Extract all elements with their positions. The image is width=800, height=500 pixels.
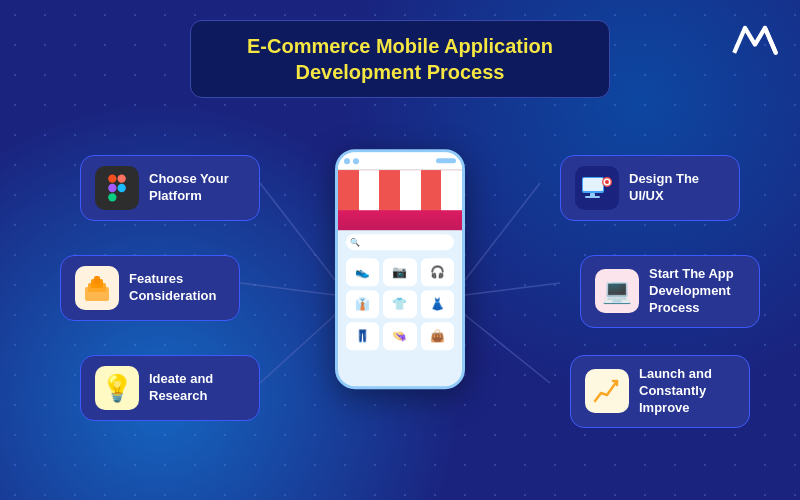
svg-rect-7 (117, 174, 125, 182)
step-launch: Launch andConstantlyImprove (570, 355, 750, 428)
step-ideate: 💡 Ideate andResearch (80, 355, 260, 421)
phone-product-grid: 👟 📷 🎧 👔 👕 👗 👖 👒 👜 (338, 254, 462, 354)
svg-rect-6 (108, 174, 116, 182)
svg-point-10 (117, 184, 125, 192)
design-icon (575, 166, 619, 210)
step-design: Design TheUI/UX (560, 155, 740, 221)
launch-icon (585, 369, 629, 413)
launch-label: Launch andConstantlyImprove (639, 366, 712, 417)
ideate-icon: 💡 (95, 366, 139, 410)
start-label: Start The AppDevelopmentProcess (649, 266, 734, 317)
phone-mockup: 🔍 👟 📷 🎧 👔 👕 👗 👖 👒 👜 (335, 149, 465, 389)
svg-line-4 (465, 283, 560, 295)
phone-screen: 🔍 👟 📷 🎧 👔 👕 👗 👖 👒 👜 (335, 149, 465, 389)
step-start: 💻 Start The AppDevelopmentProcess (580, 255, 760, 328)
svg-line-5 (465, 315, 550, 383)
svg-rect-8 (108, 184, 116, 192)
step-features: FeaturesConsideration (60, 255, 240, 321)
platform-label: Choose YourPlatform (149, 171, 229, 205)
phone-search-bar: 🔍 (346, 234, 454, 250)
step-platform: Choose YourPlatform (80, 155, 260, 221)
title-card: E-Commerce Mobile Application Developmen… (190, 20, 610, 98)
start-icon: 💻 (595, 269, 639, 313)
features-icon (75, 266, 119, 310)
svg-line-1 (240, 283, 335, 295)
svg-rect-16 (583, 178, 603, 191)
svg-line-2 (260, 315, 335, 383)
svg-rect-18 (585, 196, 600, 198)
main-title: E-Commerce Mobile Application Developmen… (221, 33, 579, 85)
svg-point-21 (605, 180, 609, 184)
features-label: FeaturesConsideration (129, 271, 216, 305)
phone-banner (338, 170, 462, 230)
brand-logo (730, 20, 780, 60)
platform-icon (95, 166, 139, 210)
design-label: Design TheUI/UX (629, 171, 699, 205)
svg-rect-14 (94, 276, 100, 284)
ideate-label: Ideate andResearch (149, 371, 213, 405)
svg-line-0 (260, 183, 335, 280)
svg-rect-9 (108, 193, 116, 201)
svg-line-3 (465, 183, 540, 280)
